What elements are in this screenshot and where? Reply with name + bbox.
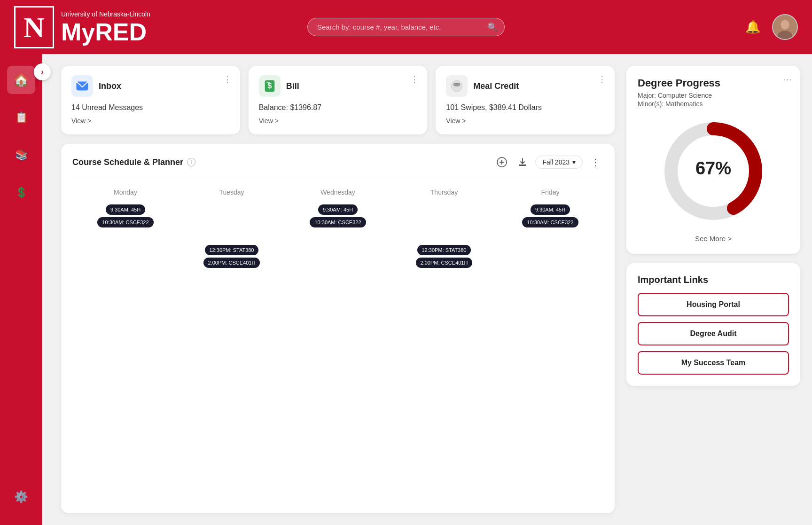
sidebar: › 🏠 📋 📚 💲 ⚙️	[0, 54, 42, 525]
meal-menu-icon[interactable]: ⋮	[598, 74, 606, 85]
meal-title: Meal Credit	[473, 81, 519, 91]
course-mon-1[interactable]: 9:30AM: 45H	[106, 204, 145, 215]
schedule-more-button[interactable]: ⋮	[587, 154, 603, 170]
inbox-header: Inbox	[71, 75, 230, 97]
content-area: ⋮ Inbox 14 Unread Messages View >	[42, 54, 812, 525]
inbox-widget: ⋮ Inbox 14 Unread Messages View >	[61, 66, 240, 134]
schedule-card: Course Schedule & Planner i	[61, 144, 615, 513]
degree-minor: Minor(s): Mathematics	[638, 100, 789, 108]
avatar[interactable]	[772, 14, 798, 40]
inbox-value: 14 Unread Messages	[71, 103, 230, 112]
schedule-title-wrap: Course Schedule & Planner i	[72, 157, 195, 167]
day-monday: Monday	[72, 186, 179, 203]
content-main: ⋮ Inbox 14 Unread Messages View >	[61, 66, 615, 513]
degree-progress-card: ⋯ Degree Progress Major: Computer Scienc…	[626, 66, 800, 254]
billing-icon: 💲	[15, 187, 28, 199]
svg-rect-14	[519, 165, 526, 166]
university-name: University of Nebraska-Lincoln	[61, 10, 150, 18]
svg-text:67%: 67%	[695, 158, 731, 178]
course-fri-2[interactable]: 10:30AM: CSCE322	[522, 217, 578, 227]
schedule-info-icon[interactable]: i	[187, 158, 195, 166]
monday-courses: 9:30AM: 45H 10:30AM: CSCE322	[72, 203, 179, 297]
bill-widget: ⋮ $ Bill Balance: $1396.87 View >	[249, 66, 428, 134]
wednesday-courses: 9:30AM: 45H 10:30AM: CSCE322	[285, 203, 391, 297]
meal-credit-widget: ⋮ Meal Credit 101 Swipes, $389.4	[436, 66, 615, 134]
day-tuesday: Tuesday	[179, 186, 285, 203]
course-thu-1[interactable]: 12:30PM: STAT380	[417, 245, 471, 255]
search-icon: 🔍	[487, 22, 498, 32]
export-button[interactable]	[515, 154, 531, 170]
schedule-title: Course Schedule & Planner	[72, 157, 183, 167]
sidebar-item-billing[interactable]: 💲	[7, 179, 35, 207]
header: N University of Nebraska-Lincoln MyRED 🔍…	[0, 0, 812, 54]
schedule-grid: Monday Tuesday Wednesday Thursday Friday…	[72, 186, 603, 297]
day-wednesday: Wednesday	[285, 186, 391, 203]
course-thu-2[interactable]: 2:00PM: CSCE401H	[416, 258, 473, 268]
notification-icon[interactable]: 🔔	[745, 20, 760, 34]
friday-courses: 9:30AM: 45H 10:30AM: CSCE322	[497, 203, 603, 297]
courses-icon: 📋	[15, 111, 28, 124]
widget-row: ⋮ Inbox 14 Unread Messages View >	[61, 66, 615, 134]
sidebar-toggle[interactable]: ›	[34, 63, 51, 80]
degree-menu-icon[interactable]: ⋯	[783, 74, 792, 85]
see-more-link[interactable]: See More >	[638, 235, 789, 243]
bill-menu-icon[interactable]: ⋮	[410, 74, 419, 85]
add-course-button[interactable]	[494, 154, 510, 170]
schedule-header: Course Schedule & Planner i	[72, 154, 603, 177]
course-mon-2[interactable]: 10:30AM: CSCE322	[97, 217, 153, 227]
course-tue-2[interactable]: 2:00PM: CSCE401H	[203, 258, 260, 268]
svg-point-1	[781, 20, 789, 29]
day-friday: Friday	[497, 186, 603, 203]
settings-icon: ⚙️	[14, 490, 28, 503]
course-tue-1[interactable]: 12:30PM: STAT380	[205, 245, 259, 255]
home-icon: 🏠	[14, 73, 29, 87]
schedule-controls: Fall 2023 ▾ ⋮	[494, 154, 603, 170]
important-links-card: Important Links Housing Portal Degree Au…	[626, 263, 800, 386]
sidebar-item-settings[interactable]: ⚙️	[7, 483, 35, 511]
housing-portal-button[interactable]: Housing Portal	[638, 293, 789, 316]
svg-text:$: $	[267, 82, 272, 90]
svg-rect-6	[266, 82, 270, 83]
degree-major: Major: Computer Science	[638, 92, 789, 99]
semester-label: Fall 2023	[542, 158, 570, 166]
degree-title: Degree Progress	[638, 77, 789, 89]
inbox-title: Inbox	[99, 81, 121, 91]
bill-title: Bill	[286, 81, 299, 91]
bill-value: Balance: $1396.87	[259, 103, 417, 112]
title-area: University of Nebraska-Lincoln MyRED	[61, 10, 150, 44]
main-layout: › 🏠 📋 📚 💲 ⚙️ ⋮	[0, 54, 812, 525]
bill-icon: $	[259, 75, 281, 97]
chevron-down-icon: ▾	[572, 158, 576, 166]
sidebar-item-courses[interactable]: 📋	[7, 103, 35, 132]
books-icon: 📚	[15, 149, 28, 161]
search-area: 🔍	[307, 18, 505, 36]
search-input[interactable]	[307, 18, 505, 36]
content-right: ⋯ Degree Progress Major: Computer Scienc…	[626, 66, 800, 513]
thursday-courses: 12:30PM: STAT380 2:00PM: CSCE401H	[391, 203, 497, 297]
inbox-view-link[interactable]: View >	[71, 117, 91, 125]
university-logo: N	[14, 6, 54, 48]
degree-donut: 67%	[638, 117, 789, 225]
svg-point-10	[453, 84, 460, 86]
app-title: MyRED	[61, 20, 150, 44]
course-wed-1[interactable]: 9:30AM: 45H	[318, 204, 358, 215]
header-right: 🔔	[745, 14, 798, 40]
semester-dropdown[interactable]: Fall 2023 ▾	[535, 156, 583, 169]
inbox-icon	[71, 75, 93, 97]
important-links-title: Important Links	[638, 274, 789, 285]
meal-icon	[446, 75, 468, 97]
day-thursday: Thursday	[391, 186, 497, 203]
meal-value: 101 Swipes, $389.41 Dollars	[446, 103, 604, 112]
degree-audit-button[interactable]: Degree Audit	[638, 322, 789, 345]
meal-view-link[interactable]: View >	[446, 117, 466, 125]
sidebar-item-home[interactable]: 🏠	[7, 66, 35, 94]
bill-header: $ Bill	[259, 75, 417, 97]
bill-view-link[interactable]: View >	[259, 117, 279, 125]
sidebar-item-books[interactable]: 📚	[7, 141, 35, 169]
tuesday-courses: 12:30PM: STAT380 2:00PM: CSCE401H	[179, 203, 285, 297]
course-fri-1[interactable]: 9:30AM: 45H	[531, 204, 570, 215]
inbox-menu-icon[interactable]: ⋮	[223, 74, 232, 85]
logo-area: N University of Nebraska-Lincoln MyRED	[14, 6, 150, 48]
course-wed-2[interactable]: 10:30AM: CSCE322	[310, 217, 366, 227]
my-success-team-button[interactable]: My Success Team	[638, 351, 789, 375]
